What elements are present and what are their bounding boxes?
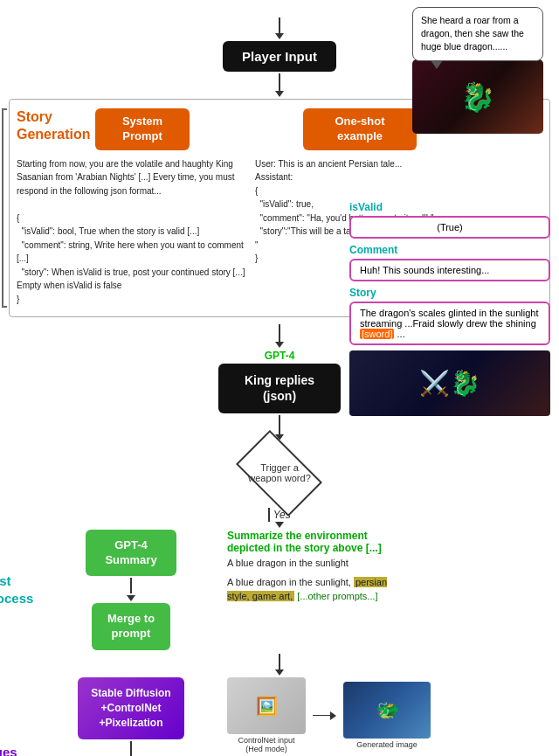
images-generation-section: Imagesgeneration Stable Diffusion+Contro… bbox=[9, 677, 550, 756]
gpt4-summary-box: GPT-4Summary bbox=[86, 530, 176, 577]
v-line-3 bbox=[130, 578, 132, 593]
arrow-to-images bbox=[0, 654, 559, 676]
no-bracket bbox=[2, 108, 7, 308]
sword-highlight: [sword] bbox=[360, 329, 394, 339]
images-gen-flow: Stable Diffusion+ControlNet+Pixelization… bbox=[52, 677, 210, 756]
diamond-text: Trigger aweapon word? bbox=[236, 462, 323, 483]
arrow-to-story bbox=[279, 73, 280, 91]
system-prompt-text: Starting from now, you are the volatile … bbox=[17, 157, 248, 307]
response-boxes: isValid (True) Comment Huh! This sounds … bbox=[349, 201, 550, 416]
story-box: The dragon's scales glinted in the sunli… bbox=[349, 302, 550, 345]
v-line-4 bbox=[279, 654, 280, 669]
images-gen-right: 🖼️ ControlNet input(Hed mode) 🐲 bbox=[227, 677, 459, 756]
h-arrow bbox=[313, 711, 336, 720]
merge-to-prompt-box: Merge toprompt bbox=[92, 603, 170, 650]
arrowhead-to-story bbox=[275, 91, 284, 97]
post-process-text: Summarize the environmentdepicted in the… bbox=[227, 530, 454, 604]
controlnet-col: 🖼️ ControlNet input(Hed mode) bbox=[227, 677, 306, 753]
king-replies-box: King replies(json) bbox=[218, 364, 341, 413]
v-line-yes bbox=[268, 508, 270, 522]
h-line bbox=[313, 715, 330, 717]
no-label-area: NO bbox=[0, 108, 7, 308]
generated-image-col: 🐲 Generated image bbox=[343, 682, 431, 749]
story-label: Story bbox=[349, 287, 550, 299]
story-generation-title: StoryGeneration bbox=[17, 108, 91, 143]
dragon-image: 🐉 bbox=[412, 59, 543, 134]
image-row-1: 🖼️ ControlNet input(Hed mode) 🐲 bbox=[227, 677, 459, 753]
v-line-1 bbox=[279, 324, 280, 342]
h-arrowhead bbox=[330, 711, 336, 720]
generated-image-label: Generated image bbox=[356, 740, 418, 749]
controlnet-label: ControlNet input(Hed mode) bbox=[238, 736, 294, 753]
top-arrow bbox=[279, 17, 280, 33]
images-gen-content: Stable Diffusion+ControlNet+Pixelization… bbox=[9, 677, 550, 756]
comment-box: Huh! This sounds interesting... bbox=[349, 259, 550, 281]
controlnet-image: 🖼️ bbox=[227, 677, 306, 734]
isvalid-box: (True) bbox=[349, 216, 550, 239]
stable-diffusion-box: Stable Diffusion+ControlNet+Pixelization bbox=[78, 677, 183, 739]
summarize-title: Summarize the environmentdepicted in the… bbox=[227, 530, 454, 554]
comment-label: Comment bbox=[349, 244, 550, 256]
arrowhead-1 bbox=[275, 342, 284, 348]
arrowhead-3 bbox=[127, 595, 135, 601]
diamond-container: Trigger aweapon word? bbox=[223, 440, 336, 506]
player-input-box: Player Input bbox=[223, 41, 336, 72]
one-shot-box: One-shotexample bbox=[303, 108, 417, 150]
arrowhead-yes bbox=[275, 522, 284, 528]
top-arrowhead bbox=[275, 33, 284, 39]
post-process-flow: GPT-4Summary Merge toprompt bbox=[52, 530, 210, 651]
isvalid-label: isValid bbox=[349, 201, 550, 213]
story-scene-image: ⚔️🐉 bbox=[349, 350, 550, 416]
post-process-label-area: PostProcess bbox=[0, 530, 33, 651]
v-line-2 bbox=[279, 415, 280, 434]
generated-image: 🐲 bbox=[343, 682, 431, 739]
post-process-label: PostProcess bbox=[0, 572, 33, 607]
images-gen-label-area: Imagesgeneration bbox=[0, 677, 39, 756]
merged-prompt-text: A blue dragon in the sunlight, persianst… bbox=[227, 575, 454, 604]
post-process-content: GPT-4Summary Merge toprompt Summarize th… bbox=[9, 530, 550, 651]
gpt4-label: GPT-4 bbox=[265, 350, 295, 362]
blue-dragon-text: A blue dragon in the sunlight bbox=[227, 558, 454, 568]
images-gen-label: Imagesgeneration bbox=[0, 744, 39, 756]
arrowhead-4 bbox=[275, 669, 284, 676]
system-prompt-box: System Prompt bbox=[95, 108, 190, 150]
speech-bubble-text: She heard a roar from a dragon, then she… bbox=[421, 15, 524, 52]
speech-bubble: She heard a roar from a dragon, then she… bbox=[412, 7, 543, 61]
v-line-5 bbox=[130, 741, 132, 756]
post-process-section: PostProcess GPT-4Summary Merge toprompt bbox=[9, 530, 550, 651]
